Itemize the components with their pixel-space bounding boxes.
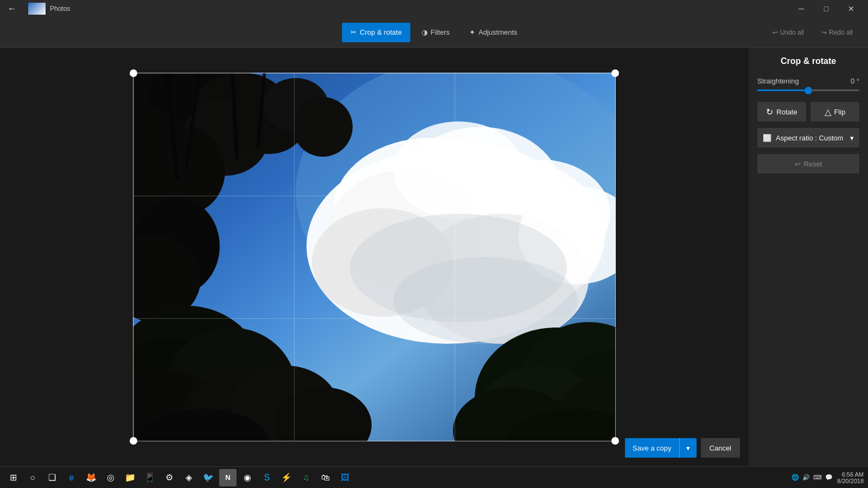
main-area: Save a copy ▾ Cancel Crop & rotate Strai… — [0, 48, 868, 466]
volume-icon: 🔊 — [802, 474, 810, 481]
taskbar-time: 6:56 AM 8/20/2018 — [837, 471, 864, 484]
panel-title: Crop & rotate — [757, 56, 859, 70]
straightening-slider-track[interactable] — [757, 89, 859, 91]
app-icon-3[interactable]: ⚡ — [278, 469, 295, 486]
flip-icon: △ — [825, 107, 831, 117]
crop-rotate-tab[interactable]: ✂ Crop & rotate — [342, 23, 410, 42]
rotate-button[interactable]: ↻ Rotate — [757, 102, 806, 121]
taskbar-right: 🌐 🔊 ⌨ 💬 6:56 AM 8/20/2018 — [792, 471, 864, 484]
straightening-label-row: Straightening 0 ° — [757, 77, 859, 85]
window-controls: ─ □ ✕ — [789, 0, 864, 17]
adjustments-tab[interactable]: ✦ Adjustments — [461, 23, 526, 42]
title-bar: ← Photos ─ □ ✕ — [0, 0, 868, 17]
notification-icon: 💬 — [825, 474, 833, 481]
restore-button[interactable]: □ — [814, 0, 839, 17]
task-view-icon[interactable]: ❑ — [43, 469, 61, 486]
crop-icon: ✂ — [350, 28, 356, 36]
adjustments-icon: ✦ — [469, 28, 475, 36]
taskbar: ⊞ ○ ❑ e 🦊 ◎ 📁 📱 ⚙ ◈ 🐦 N ◉ S ⚡ ♫ 🛍 🖼 🌐 🔊 … — [0, 466, 868, 488]
network-icon: 🌐 — [792, 474, 799, 481]
straightening-slider-thumb[interactable] — [805, 87, 812, 94]
crop-handle-top-left[interactable] — [130, 69, 137, 77]
undo-all-button[interactable]: ↩ Undo all — [766, 24, 810, 41]
app-name: Photos — [50, 5, 70, 12]
edge-browser-icon[interactable]: e — [63, 469, 80, 486]
redo-icon: ↪ — [821, 29, 827, 36]
straightening-slider-fill — [757, 89, 808, 91]
taskbar-left: ⊞ ○ ❑ e 🦊 ◎ 📁 📱 ⚙ ◈ 🐦 N ◉ S ⚡ ♫ 🛍 🖼 — [4, 469, 354, 486]
photo-thumbnail — [28, 3, 46, 15]
cancel-button[interactable]: Cancel — [701, 438, 740, 458]
redo-all-button[interactable]: ↪ Redo all — [815, 24, 859, 41]
flip-button[interactable]: △ Flip — [810, 102, 859, 121]
spotify-icon[interactable]: ♫ — [297, 469, 315, 486]
toolbar: ✂ Crop & rotate ◑ Filters ✦ Adjustments … — [0, 17, 868, 48]
explorer-icon[interactable]: 📁 — [122, 469, 139, 486]
badge-app-icon[interactable]: N — [219, 469, 237, 486]
crop-overlay[interactable] — [133, 73, 616, 441]
rotate-flip-row: ↻ Rotate △ Flip — [757, 102, 859, 121]
toolbar-right: ↩ Undo all ↪ Redo all — [766, 24, 859, 41]
twitter-icon[interactable]: 🐦 — [200, 469, 217, 486]
reset-button[interactable]: ↩ Reset — [757, 154, 859, 174]
straightening-value: 0 ° — [851, 77, 859, 85]
aspect-ratio-icon: ⬜ — [763, 134, 771, 142]
firefox-icon[interactable]: 🦊 — [82, 469, 100, 486]
bottom-actions: Save a copy ▾ Cancel — [625, 438, 740, 458]
straightening-label: Straightening — [757, 77, 799, 85]
filters-tab[interactable]: ◑ Filters — [413, 23, 458, 42]
tablet-mode-icon[interactable]: 📱 — [141, 469, 158, 486]
app-icon-2[interactable]: ◉ — [239, 469, 256, 486]
chrome-icon[interactable]: ◎ — [102, 469, 119, 486]
start-icon[interactable]: ⊞ — [4, 469, 22, 486]
settings-icon[interactable]: ⚙ — [161, 469, 178, 486]
save-copy-dropdown-icon[interactable]: ▾ — [679, 438, 697, 458]
crop-handle-bottom-right[interactable] — [611, 437, 619, 445]
image-container[interactable] — [133, 73, 616, 441]
store-icon[interactable]: 🛍 — [317, 469, 334, 486]
back-button[interactable]: ← — [4, 1, 20, 16]
photos-taskbar-icon[interactable]: 🖼 — [336, 469, 354, 486]
filters-icon: ◑ — [422, 28, 427, 36]
system-tray: 🌐 🔊 ⌨ 💬 — [792, 474, 833, 481]
aspect-ratio-chevron-icon: ▾ — [850, 134, 854, 142]
aspect-ratio-label: Aspect ratio : Custom — [776, 134, 843, 142]
right-panel: Crop & rotate Straightening 0 ° ↻ Rotate… — [749, 48, 868, 466]
crop-handle-top-right[interactable] — [611, 69, 619, 77]
app-icon-1[interactable]: ◈ — [180, 469, 197, 486]
crop-handle-bottom-left[interactable] — [130, 437, 137, 445]
keyboard-icon: ⌨ — [813, 474, 822, 481]
reset-icon: ↩ — [795, 160, 801, 168]
minimize-button[interactable]: ─ — [789, 0, 814, 17]
close-button[interactable]: ✕ — [839, 0, 864, 17]
save-copy-button[interactable]: Save a copy ▾ — [625, 438, 697, 458]
rotate-icon: ↻ — [766, 107, 773, 117]
straightening-section: Straightening 0 ° — [757, 77, 859, 95]
aspect-ratio-dropdown[interactable]: ⬜ Aspect ratio : Custom ▾ — [757, 128, 859, 147]
toolbar-center: ✂ Crop & rotate ◑ Filters ✦ Adjustments — [342, 23, 526, 42]
skype-icon[interactable]: S — [258, 469, 276, 486]
canvas-area: Save a copy ▾ Cancel — [0, 48, 749, 466]
search-icon[interactable]: ○ — [24, 469, 41, 486]
undo-icon: ↩ — [773, 29, 778, 36]
title-bar-left: ← Photos — [4, 1, 70, 16]
